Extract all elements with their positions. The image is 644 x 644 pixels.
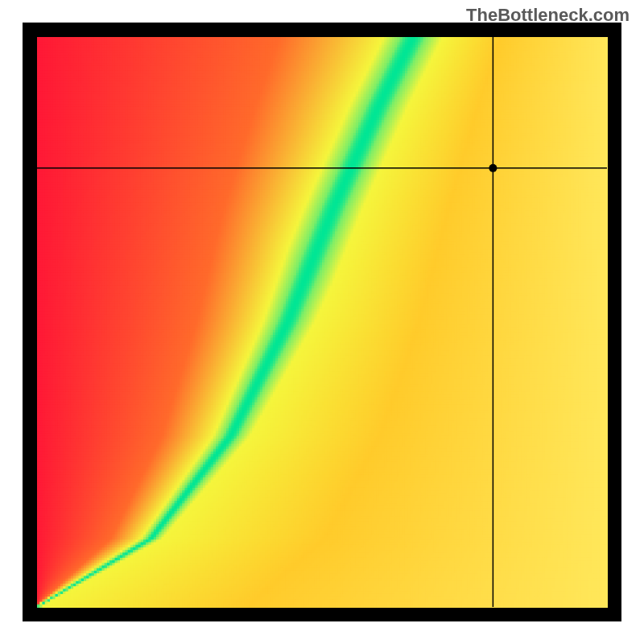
bottleneck-heatmap (23, 23, 621, 621)
watermark-text: TheBottleneck.com (466, 5, 630, 26)
chart-frame (23, 23, 621, 621)
